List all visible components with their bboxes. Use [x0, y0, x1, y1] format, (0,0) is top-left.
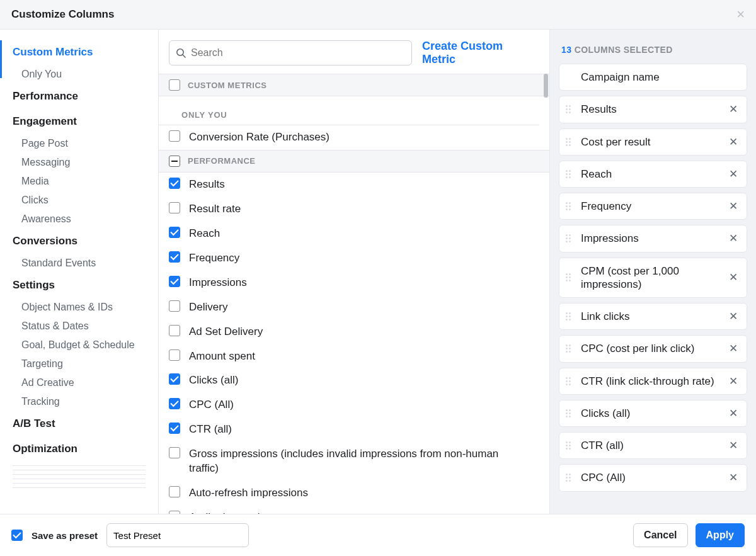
metric-checkbox[interactable] [169, 227, 180, 238]
sidebar-item-only-you[interactable]: Only You [13, 65, 146, 84]
remove-column-icon[interactable]: ✕ [726, 232, 740, 245]
metric-row[interactable]: Attribution setting [159, 506, 549, 514]
drag-handle-icon[interactable] [566, 474, 573, 482]
selected-column[interactable]: CPM (cost per 1,000 impressions)✕ [559, 258, 747, 298]
selected-column[interactable]: CPC (All)✕ [559, 464, 747, 491]
sidebar-item-tracking[interactable]: Tracking [13, 392, 146, 411]
search-input[interactable] [191, 47, 405, 59]
preset-name-input[interactable] [106, 523, 249, 547]
metric-row[interactable]: CPC (All) [159, 393, 549, 417]
remove-column-icon[interactable]: ✕ [726, 135, 740, 149]
sidebar-item-status-dates[interactable]: Status & Dates [13, 317, 146, 336]
metric-row[interactable]: Delivery [159, 295, 549, 320]
metric-checkbox[interactable] [169, 447, 180, 458]
metric-checkbox[interactable] [169, 349, 180, 361]
drag-handle-icon[interactable] [566, 312, 573, 321]
sidebar-item-messaging[interactable]: Messaging [13, 153, 146, 172]
sidebar-category-performance[interactable]: Performance [13, 84, 146, 109]
metric-row[interactable]: Auto-refresh impressions [159, 481, 549, 506]
remove-column-icon[interactable]: ✕ [726, 471, 740, 484]
remove-column-icon[interactable]: ✕ [726, 103, 740, 116]
scrollbar-thumb[interactable] [544, 74, 548, 98]
metric-checkbox[interactable] [169, 423, 180, 434]
sidebar-item-clicks[interactable]: Clicks [13, 191, 146, 210]
remove-column-icon[interactable]: ✕ [726, 271, 740, 284]
selected-column[interactable]: Reach✕ [559, 161, 747, 188]
metric-row[interactable]: CTR (all) [159, 417, 549, 442]
drag-handle-icon[interactable] [566, 273, 573, 281]
selected-column[interactable]: CPC (cost per link click)✕ [559, 335, 747, 362]
drag-handle-icon[interactable] [566, 170, 573, 178]
metric-row[interactable]: Gross impressions (includes invalid impr… [159, 442, 549, 481]
drag-handle-icon[interactable] [566, 409, 573, 417]
selected-column[interactable]: Frequency✕ [559, 193, 747, 220]
selected-column[interactable]: Clicks (all)✕ [559, 400, 747, 427]
save-as-preset-checkbox[interactable] [11, 530, 23, 541]
selected-column[interactable]: Campaign name✕ [559, 64, 747, 91]
metric-row[interactable]: Clicks (all) [159, 368, 549, 393]
metric-checkbox[interactable] [169, 373, 180, 385]
drag-handle-icon[interactable] [566, 441, 573, 450]
metric-checkbox[interactable] [169, 398, 180, 409]
remove-column-icon[interactable]: ✕ [726, 342, 740, 355]
remove-column-icon[interactable]: ✕ [726, 310, 740, 323]
metric-checkbox[interactable] [169, 130, 180, 142]
remove-column-icon[interactable]: ✕ [726, 375, 740, 388]
search-input-wrapper[interactable] [169, 40, 412, 65]
remove-column-icon[interactable]: ✕ [726, 167, 740, 181]
sidebar-item-media[interactable]: Media [13, 172, 146, 191]
metric-checkbox[interactable] [169, 202, 180, 213]
metric-row[interactable]: Ad Set Delivery [159, 320, 549, 344]
metric-row[interactable]: Result rate [159, 197, 549, 222]
metric-row[interactable]: Frequency [159, 246, 549, 271]
metric-row[interactable]: Impressions [159, 271, 549, 295]
selected-column-label: Cost per result [581, 135, 721, 149]
sidebar-item-page-post[interactable]: Page Post [13, 134, 146, 153]
metric-row[interactable]: Results [159, 173, 549, 197]
drag-handle-icon[interactable] [566, 234, 573, 242]
section-select-all-checkbox[interactable] [169, 79, 180, 91]
apply-button[interactable]: Apply [696, 523, 745, 547]
selected-column[interactable]: CTR (all)✕ [559, 432, 747, 459]
drag-handle-icon[interactable] [566, 138, 573, 146]
remove-column-icon[interactable]: ✕ [726, 439, 740, 452]
metric-checkbox[interactable] [169, 178, 180, 189]
cancel-button[interactable]: Cancel [633, 523, 687, 547]
metric-row[interactable]: Conversion Rate (Purchases) [159, 125, 549, 150]
drag-handle-icon[interactable] [566, 105, 573, 113]
selected-column[interactable]: CTR (link click-through rate)✕ [559, 368, 747, 395]
metric-checkbox[interactable] [169, 511, 180, 514]
sidebar-item-goal-budget-schedule[interactable]: Goal, Budget & Schedule [13, 336, 146, 355]
sidebar-item-targeting[interactable]: Targeting [13, 355, 146, 373]
close-icon[interactable]: × [736, 8, 745, 21]
sidebar-category-settings[interactable]: Settings [13, 273, 146, 298]
metric-checkbox[interactable] [169, 300, 180, 312]
selected-column[interactable]: Results✕ [559, 96, 747, 123]
drag-handle-icon[interactable] [566, 202, 573, 210]
sidebar-item-ad-creative[interactable]: Ad Creative [13, 373, 146, 392]
drag-handle-icon[interactable] [566, 344, 573, 353]
sidebar-item-awareness[interactable]: Awareness [13, 210, 146, 229]
sidebar-category-conversions[interactable]: Conversions [13, 229, 146, 254]
metric-label: CTR (all) [189, 423, 232, 437]
section-select-all-checkbox[interactable] [169, 156, 180, 167]
remove-column-icon[interactable]: ✕ [726, 407, 740, 420]
metric-row[interactable]: Reach [159, 222, 549, 246]
metric-checkbox[interactable] [169, 325, 180, 336]
sidebar-category-optimization[interactable]: Optimization [13, 436, 146, 462]
selected-column[interactable]: Cost per result✕ [559, 128, 747, 156]
sidebar-category-engagement[interactable]: Engagement [13, 109, 146, 134]
sidebar-item-standard-events[interactable]: Standard Events [13, 254, 146, 273]
remove-column-icon[interactable]: ✕ [726, 200, 740, 213]
sidebar-category-a-b-test[interactable]: A/B Test [13, 411, 146, 436]
sidebar-item-object-names-ids[interactable]: Object Names & IDs [13, 298, 146, 317]
metric-checkbox[interactable] [169, 251, 180, 263]
create-custom-metric-link[interactable]: Create Custom Metric [422, 40, 539, 66]
sidebar-category-custom-metrics[interactable]: Custom Metrics [13, 40, 146, 65]
selected-column[interactable]: Impressions✕ [559, 225, 747, 252]
selected-column[interactable]: Link clicks✕ [559, 303, 747, 330]
drag-handle-icon[interactable] [566, 377, 573, 385]
metric-checkbox[interactable] [169, 276, 180, 287]
metric-row[interactable]: Amount spent [159, 344, 549, 369]
metric-checkbox[interactable] [169, 486, 180, 497]
